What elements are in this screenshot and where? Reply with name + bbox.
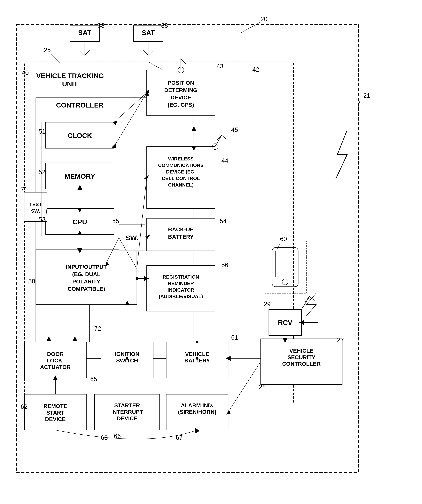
svg-text:62: 62: [21, 403, 28, 410]
svg-text:REMOTE: REMOTE: [43, 403, 67, 409]
svg-text:(SIREN/HORN): (SIREN/HORN): [178, 409, 216, 415]
svg-text:START: START: [46, 409, 65, 416]
svg-text:SW.: SW.: [126, 234, 138, 242]
svg-text:(EG. DUAL: (EG. DUAL: [72, 271, 101, 277]
svg-text:STARTER: STARTER: [114, 402, 140, 408]
svg-text:REMINDER: REMINDER: [168, 281, 194, 286]
svg-point-117: [196, 341, 199, 343]
svg-line-82: [222, 135, 226, 139]
svg-text:MEMORY: MEMORY: [65, 173, 95, 180]
svg-point-136: [136, 277, 138, 280]
svg-text:COMMUNICATIONS: COMMUNICATIONS: [158, 162, 204, 168]
svg-text:CPU: CPU: [73, 218, 87, 226]
svg-text:21: 21: [363, 92, 370, 99]
svg-text:VEHICLE: VEHICLE: [185, 351, 209, 357]
svg-point-115: [126, 357, 128, 360]
svg-line-177: [114, 93, 147, 122]
svg-text:38: 38: [98, 22, 104, 29]
svg-text:WIRELESS: WIRELESS: [168, 156, 194, 162]
svg-text:CHANNEL): CHANNEL): [168, 182, 194, 187]
svg-text:60: 60: [280, 235, 287, 242]
svg-text:VEHICLE: VEHICLE: [289, 348, 313, 354]
svg-text:INTERRUPT: INTERRUPT: [111, 409, 143, 415]
svg-text:DOOR: DOOR: [47, 351, 64, 357]
svg-text:52: 52: [39, 169, 45, 176]
svg-point-72: [282, 279, 288, 285]
svg-text:REGISTRATION: REGISTRATION: [163, 274, 199, 280]
svg-line-80: [215, 135, 222, 147]
svg-text:CONTROLLER: CONTROLLER: [282, 361, 321, 367]
svg-text:CONTROLLER: CONTROLLER: [56, 101, 104, 109]
svg-rect-69: [264, 241, 306, 293]
diagram: CLOCK MEMORY CPU INPUT/OUTPUT (EG. DUAL …: [0, 0, 422, 504]
svg-text:RCV: RCV: [278, 319, 292, 326]
svg-text:DEVICE: DEVICE: [117, 415, 138, 421]
diagram-svg: CLOCK MEMORY CPU INPUT/OUTPUT (EG. DUAL …: [0, 0, 422, 504]
svg-line-77: [176, 59, 181, 64]
svg-text:VEHICLE TRACKING: VEHICLE TRACKING: [36, 72, 104, 80]
svg-point-119: [196, 357, 199, 360]
svg-line-99: [114, 93, 147, 147]
svg-text:LOCK-: LOCK-: [47, 357, 64, 364]
svg-text:67: 67: [176, 434, 183, 441]
svg-text:27: 27: [337, 336, 344, 343]
svg-text:TEST: TEST: [29, 202, 42, 207]
svg-text:65: 65: [90, 376, 97, 383]
svg-text:DEVICE: DEVICE: [171, 94, 191, 101]
svg-text:POSITION: POSITION: [168, 80, 194, 86]
svg-text:53: 53: [39, 216, 45, 223]
svg-text:42: 42: [252, 66, 259, 73]
svg-text:44: 44: [221, 157, 228, 164]
svg-text:56: 56: [221, 262, 228, 269]
svg-text:20: 20: [260, 16, 267, 23]
svg-text:28: 28: [259, 384, 266, 391]
svg-text:INDICATOR: INDICATOR: [168, 287, 194, 293]
svg-line-78: [181, 59, 186, 64]
svg-text:IGNITION: IGNITION: [115, 351, 139, 357]
svg-text:43: 43: [217, 63, 223, 70]
svg-marker-109: [46, 336, 51, 341]
svg-text:(AUDIBLE/VISUAL): (AUDIBLE/VISUAL): [159, 294, 203, 299]
svg-text:BATTERY: BATTERY: [168, 234, 194, 240]
svg-text:ACTUATOR: ACTUATOR: [40, 364, 71, 370]
svg-line-138: [241, 22, 261, 33]
svg-text:CELL CONTROL: CELL CONTROL: [162, 176, 200, 181]
svg-text:(EG. GPS): (EG. GPS): [168, 102, 194, 108]
svg-text:POLARITY: POLARITY: [72, 278, 100, 285]
svg-text:38: 38: [161, 22, 168, 29]
svg-text:INPUT/OUTPUT: INPUT/OUTPUT: [66, 264, 107, 270]
svg-rect-70: [272, 248, 298, 287]
svg-line-158: [277, 243, 280, 249]
svg-text:UNIT: UNIT: [62, 80, 78, 88]
svg-text:71: 71: [21, 186, 28, 193]
svg-text:40: 40: [22, 69, 29, 76]
svg-marker-103: [192, 126, 196, 131]
svg-text:DEVICE: DEVICE: [45, 416, 66, 422]
svg-text:DETERMING: DETERMING: [164, 87, 198, 93]
svg-text:SW.: SW.: [31, 208, 40, 214]
svg-text:61: 61: [231, 334, 238, 341]
svg-text:SECURITY: SECURITY: [287, 354, 315, 360]
svg-text:BACK-UP: BACK-UP: [168, 226, 194, 233]
svg-text:SAT: SAT: [78, 29, 91, 36]
svg-rect-71: [275, 251, 295, 277]
svg-text:55: 55: [112, 218, 119, 224]
svg-line-89: [148, 62, 163, 70]
svg-text:50: 50: [28, 278, 35, 285]
svg-line-84: [301, 296, 310, 310]
svg-text:54: 54: [220, 218, 227, 224]
svg-line-182: [228, 362, 261, 412]
svg-marker-111: [72, 336, 77, 341]
svg-text:ALARM IND.: ALARM IND.: [181, 402, 213, 408]
svg-text:29: 29: [264, 301, 271, 307]
svg-text:DEVICE (EG.: DEVICE (EG.: [166, 169, 196, 174]
svg-text:COMPATIBLE): COMPATIBLE): [67, 286, 105, 292]
svg-text:25: 25: [44, 47, 51, 54]
svg-line-96: [137, 178, 147, 269]
svg-text:51: 51: [39, 128, 45, 135]
svg-text:72: 72: [94, 325, 101, 332]
svg-text:SAT: SAT: [142, 29, 155, 36]
svg-text:45: 45: [231, 126, 238, 133]
svg-text:CLOCK: CLOCK: [68, 132, 92, 139]
